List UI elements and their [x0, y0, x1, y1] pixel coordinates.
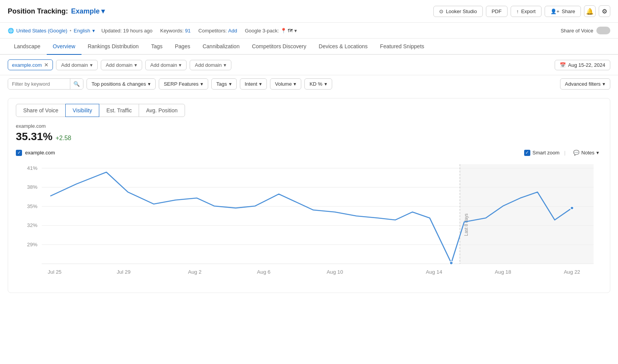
location-selector[interactable]: 🌐 United States (Google) • English ▾ [8, 28, 95, 34]
domain-tag-example: example.com ✕ [8, 59, 53, 70]
chart-legend: ✓ example.com [16, 150, 55, 156]
chart-controls: ✓ example.com ✓ Smart zoom | 💬 Notes [16, 148, 602, 157]
project-name[interactable]: Example ▾ [71, 7, 105, 15]
tags-filter[interactable]: Tags ▾ [211, 78, 236, 90]
tab-tags[interactable]: Tags [145, 39, 169, 55]
tab-visibility[interactable]: Visibility [65, 104, 99, 117]
tab-featured-snippets[interactable]: Featured Snippets [374, 39, 430, 55]
chevron-down-icon: ▾ [224, 62, 226, 68]
meta-info: Updated: 19 hours ago Keywords: 91 Compe… [101, 28, 554, 34]
add-domain-2-button[interactable]: Add domain ▾ [101, 60, 142, 70]
serp-features-filter[interactable]: SERP Features ▾ [159, 78, 208, 90]
legend-label-example: example.com [25, 150, 55, 156]
svg-text:38%: 38% [27, 185, 37, 190]
tab-competitors-discovery[interactable]: Competitors Discovery [246, 39, 312, 55]
svg-text:Last 8 days: Last 8 days [463, 213, 469, 236]
top-positions-filter[interactable]: Top positions & changes ▾ [87, 78, 156, 90]
chart-container: 41% 38% 35% 32% 29% Last 8 days Jul 25 J… [16, 160, 602, 285]
tab-share-of-voice[interactable]: Share of Voice [16, 104, 66, 117]
export-button[interactable]: ↑ Export [511, 6, 542, 17]
google3pack-icon-map: 🗺 [288, 28, 293, 34]
export-icon: ↑ [516, 8, 519, 14]
nav-tabs: Landscape Overview Rankings Distribution… [0, 39, 618, 55]
competitors-info: Competitors: Add [199, 28, 237, 34]
svg-text:Aug 2: Aug 2 [188, 269, 202, 275]
chevron-down-icon: ▾ [229, 81, 232, 87]
chevron-down-icon: ▾ [134, 62, 137, 68]
chevron-down-icon: ▾ [101, 7, 105, 15]
smart-zoom-toggle[interactable]: ✓ Smart zoom [524, 150, 560, 156]
chevron-down-icon: ▾ [90, 62, 93, 68]
svg-text:Aug 6: Aug 6 [257, 269, 270, 275]
tab-avg-position[interactable]: Avg. Position [139, 104, 185, 117]
tab-est-traffic[interactable]: Est. Traffic [99, 104, 139, 117]
sub-header: 🌐 United States (Google) • English ▾ Upd… [0, 23, 618, 39]
chevron-down-icon: ▾ [603, 81, 605, 87]
notifications-button[interactable]: 🔔 [584, 5, 596, 17]
pdf-button[interactable]: PDF [486, 6, 508, 17]
competitors-add-link[interactable]: Add [228, 28, 237, 34]
chevron-down-icon: ▾ [596, 150, 599, 156]
svg-text:35%: 35% [27, 203, 37, 209]
visibility-value: 35.31% [16, 130, 53, 143]
svg-text:41%: 41% [27, 165, 37, 171]
share-of-voice-toggle[interactable]: Share of Voice [560, 27, 610, 34]
intent-filter[interactable]: Intent ▾ [240, 78, 267, 90]
chevron-down-icon: ▾ [148, 81, 151, 87]
tab-landscape[interactable]: Landscape [8, 39, 47, 55]
remove-domain-button[interactable]: ✕ [44, 62, 49, 68]
tab-devices-locations[interactable]: Devices & Locations [312, 39, 374, 55]
keyword-search-box: 🔍 [8, 78, 83, 90]
keywords-count-link[interactable]: 91 [185, 28, 190, 34]
tab-cannibalization[interactable]: Cannibalization [196, 39, 246, 55]
chevron-down-icon: ▾ [294, 81, 296, 87]
chevron-down-icon: ▾ [200, 81, 203, 87]
looker-studio-icon: ⊙ [439, 8, 443, 14]
chart-section: example.com 35.31% +2.58 ✓ example.com ✓ [8, 117, 610, 289]
svg-rect-11 [460, 164, 594, 264]
settings-button[interactable]: ⚙ [599, 5, 610, 17]
chart-endpoint [570, 207, 574, 210]
filter-bar-keywords: 🔍 Top positions & changes ▾ SERP Feature… [0, 75, 618, 94]
keywords-info: Keywords: 91 [160, 28, 191, 34]
legend-checkbox-example[interactable]: ✓ [16, 150, 22, 156]
kd-filter[interactable]: KD % ▾ [304, 78, 332, 90]
dot-sep: • [70, 28, 71, 34]
svg-text:Jul 25: Jul 25 [48, 269, 62, 275]
svg-text:Aug 10: Aug 10 [327, 269, 343, 275]
line-chart-svg: 41% 38% 35% 32% 29% Last 8 days Jul 25 J… [16, 160, 602, 284]
calendar-icon: 📅 [560, 62, 566, 68]
svg-text:32%: 32% [27, 223, 37, 228]
chart-tabs-container: Share of Voice Visibility Est. Traffic A… [8, 98, 610, 117]
chevron-down-icon: ▾ [259, 81, 262, 87]
chart-right-controls: ✓ Smart zoom | 💬 Notes ▾ [524, 148, 602, 157]
add-domain-3-button[interactable]: Add domain ▾ [145, 60, 187, 70]
chart-tabs: Share of Voice Visibility Est. Traffic A… [16, 104, 602, 117]
notes-button[interactable]: 💬 Notes ▾ [570, 148, 602, 157]
date-picker-button[interactable]: 📅 Aug 15-22, 2024 [555, 60, 610, 70]
chart-domain-label: example.com [16, 123, 602, 129]
tab-rankings-distribution[interactable]: Rankings Distribution [81, 39, 145, 55]
looker-studio-button[interactable]: ⊙ Looker Studio [433, 6, 482, 17]
chart-value-display: 35.31% +2.58 [16, 130, 602, 143]
google3pack-icon-location: 📍 [280, 28, 287, 34]
tab-overview[interactable]: Overview [47, 39, 81, 55]
search-button[interactable]: 🔍 [70, 79, 83, 89]
search-input[interactable] [8, 79, 70, 89]
notes-icon: 💬 [573, 150, 579, 156]
advanced-filters-button[interactable]: Advanced filters ▾ [560, 78, 611, 90]
sov-toggle-switch[interactable] [596, 27, 610, 34]
svg-text:Aug 22: Aug 22 [564, 269, 580, 275]
main-card: Share of Voice Visibility Est. Traffic A… [8, 98, 610, 293]
tab-pages[interactable]: Pages [169, 39, 197, 55]
svg-text:Aug 18: Aug 18 [495, 269, 511, 275]
smart-zoom-checkbox[interactable]: ✓ [524, 150, 530, 156]
chevron-down-icon: ▾ [92, 28, 95, 34]
volume-filter[interactable]: Volume ▾ [270, 78, 301, 90]
share-button[interactable]: 👤+ Share [545, 6, 581, 17]
app-header: Position Tracking: Example ▾ ⊙ Looker St… [0, 0, 618, 23]
chart-low-point [450, 261, 453, 264]
flag-icon: 🌐 [8, 28, 14, 34]
add-domain-1-button[interactable]: Add domain ▾ [56, 60, 97, 70]
add-domain-4-button[interactable]: Add domain ▾ [190, 60, 231, 70]
